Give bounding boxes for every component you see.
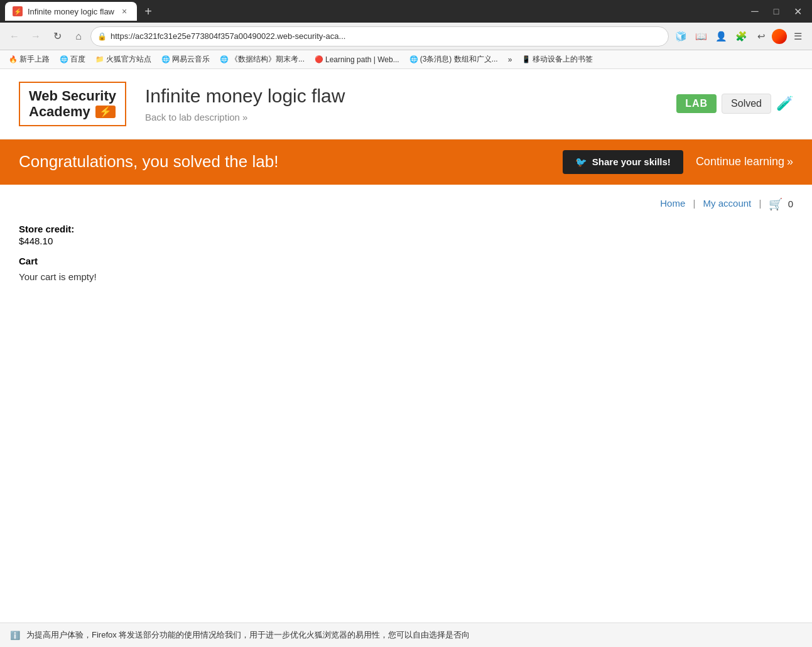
- page-header: Web Security Academy ⚡ Infinite money lo…: [0, 69, 812, 139]
- tab-favicon-icon: ⚡: [13, 6, 23, 16]
- home-link[interactable]: Home: [660, 198, 685, 209]
- bookmark-label: (3条消息) 数组和广义...: [420, 54, 498, 65]
- browser-chrome: ⚡ Infinite money logic flaw × + ─ □ ✕ ← …: [0, 0, 812, 69]
- browser-tab[interactable]: ⚡ Infinite money logic flaw ×: [5, 2, 137, 21]
- bookmark-data-struct[interactable]: 🌐 《数据结构》期末考...: [216, 53, 308, 66]
- bookmark-firefox-official[interactable]: 📁 火狐官方站点: [92, 53, 155, 66]
- lab-badge: LAB: [676, 94, 717, 113]
- toolbar-icons: 🧊 📖 👤 🧩 ↩ ☰: [671, 27, 807, 46]
- cart-heading: Cart: [19, 256, 793, 266]
- twitter-icon: 🐦: [575, 156, 587, 168]
- reader-view-button[interactable]: 📖: [691, 27, 710, 46]
- bookmark-baidu[interactable]: 🌐 百度: [56, 53, 89, 66]
- cart-count: 0: [788, 198, 793, 209]
- congrats-banner: Congratulations, you solved the lab! 🐦 S…: [0, 139, 812, 185]
- back-link-text: Back to lab description: [145, 112, 240, 122]
- page-title: Infinite money logic flaw: [145, 85, 658, 107]
- back-button[interactable]: ←: [5, 27, 24, 46]
- nav-separator-2: |: [759, 198, 761, 209]
- address-bar[interactable]: 🔒 https://ac321fc31e25e773804f357a004900…: [90, 26, 669, 46]
- container-icon[interactable]: 🧊: [671, 27, 690, 46]
- bookmark-label: 《数据结构》期末考...: [230, 54, 305, 65]
- browser-toolbar: ← → ↻ ⌂ 🔒 https://ac321fc31e25e773804f35…: [0, 23, 812, 50]
- store-credit-label: Store credit:: [19, 224, 74, 234]
- bookmark-icon-firefox: 📁: [95, 55, 104, 63]
- store-area: Home | My account | 🛒 0 Store credit: $4…: [0, 185, 812, 295]
- continue-label: Continue learning: [696, 155, 784, 168]
- home-button[interactable]: ⌂: [69, 27, 88, 46]
- browser-titlebar: ⚡ Infinite money logic flaw × + ─ □ ✕: [0, 0, 812, 23]
- share-button-label: Share your skills!: [592, 156, 671, 167]
- url-text: https://ac321fc31e25e773804f357a00490022…: [111, 31, 662, 41]
- bookmark-label: 移动设备上的书签: [533, 54, 593, 65]
- bookmark-icon-data-struct: 🌐: [220, 55, 229, 63]
- store-nav-links: Home | My account | 🛒 0: [19, 197, 793, 211]
- my-account-link[interactable]: My account: [703, 198, 752, 209]
- menu-button[interactable]: ☰: [788, 27, 807, 46]
- nav-separator-1: |: [693, 198, 695, 209]
- bottom-notification-bar: ℹ️ 为提高用户体验，Firefox 将发送部分功能的使用情况给我们，用于进一步…: [0, 623, 812, 647]
- bookmark-icon-mobile: 📱: [522, 55, 531, 63]
- firefox-logo-icon: [772, 29, 787, 44]
- header-title-area: Infinite money logic flaw Back to lab de…: [145, 85, 658, 122]
- extensions-icon[interactable]: 🧩: [732, 27, 750, 46]
- cart-empty-message: Your cart is empty!: [19, 271, 793, 282]
- share-skills-button[interactable]: 🐦 Share your skills!: [563, 150, 683, 174]
- account-icon[interactable]: 👤: [712, 27, 730, 46]
- bookmark-icon-xinshoulù: 🔥: [9, 55, 18, 63]
- maximize-button[interactable]: □: [767, 4, 786, 19]
- cart-icon[interactable]: 🛒: [769, 197, 782, 211]
- bookmark-icon-netease: 🌐: [161, 55, 170, 63]
- store-credit-value: $448.10: [19, 236, 793, 246]
- store-credit: Store credit:: [19, 224, 793, 234]
- bookmark-more[interactable]: »: [504, 54, 516, 65]
- continue-arrows: »: [787, 155, 793, 168]
- reload-button[interactable]: ↻: [48, 27, 67, 46]
- info-icon: ℹ️: [10, 631, 20, 640]
- bookmark-label: 百度: [70, 54, 85, 65]
- new-tab-button[interactable]: +: [139, 3, 157, 20]
- tab-title: Infinite money logic flaw: [28, 7, 114, 16]
- bookmark-label: 网易云音乐: [172, 54, 210, 65]
- logo-line2: Academy ⚡: [29, 104, 116, 119]
- tab-close-button[interactable]: ×: [119, 6, 129, 16]
- security-lock-icon: 🔒: [97, 32, 107, 41]
- logo[interactable]: Web Security Academy ⚡: [19, 82, 126, 126]
- bookmark-icon-baidu: 🌐: [60, 55, 68, 63]
- bookmark-mobile[interactable]: 📱 移动设备上的书签: [518, 53, 597, 66]
- forward-button[interactable]: →: [26, 27, 45, 46]
- logo-line1: Web Security: [29, 88, 116, 104]
- close-window-button[interactable]: ✕: [788, 4, 807, 19]
- continue-learning-link[interactable]: Continue learning »: [696, 155, 793, 168]
- bookmark-label: 火狐官方站点: [106, 54, 151, 65]
- flask-icon: 🧪: [776, 95, 793, 112]
- lightning-badge-icon: ⚡: [95, 106, 116, 118]
- bookmark-label: Learning path | Web...: [325, 55, 399, 64]
- bookmark-csdn[interactable]: 🌐 (3条消息) 数组和广义...: [406, 53, 502, 66]
- back-to-lab-link[interactable]: Back to lab description »: [145, 112, 658, 122]
- bookmark-icon-csdn: 🌐: [409, 55, 418, 63]
- bookmark-more-label: »: [508, 55, 512, 64]
- bottom-bar-text: 为提高用户体验，Firefox 将发送部分功能的使用情况给我们，用于进一步优化火…: [26, 629, 470, 641]
- solved-badge: Solved: [722, 94, 771, 114]
- congrats-text: Congratulations, you solved the lab!: [19, 152, 550, 171]
- page-content: Web Security Academy ⚡ Infinite money lo…: [0, 69, 812, 295]
- bookmark-xinshoulù[interactable]: 🔥 新手上路: [5, 53, 53, 66]
- bookmark-learning-path[interactable]: 🔴 Learning path | Web...: [311, 54, 403, 65]
- back-link-arrow: »: [242, 112, 247, 122]
- undo-icon[interactable]: ↩: [752, 27, 771, 46]
- minimize-button[interactable]: ─: [745, 4, 764, 19]
- bookmark-icon-learning: 🔴: [315, 55, 323, 63]
- lab-badge-area: LAB Solved 🧪: [676, 94, 793, 114]
- bookmarks-bar: 🔥 新手上路 🌐 百度 📁 火狐官方站点 🌐 网易云音乐 🌐 《数据结构》期末考…: [0, 50, 812, 69]
- bookmark-netease-music[interactable]: 🌐 网易云音乐: [158, 53, 214, 66]
- bookmark-label: 新手上路: [19, 54, 50, 65]
